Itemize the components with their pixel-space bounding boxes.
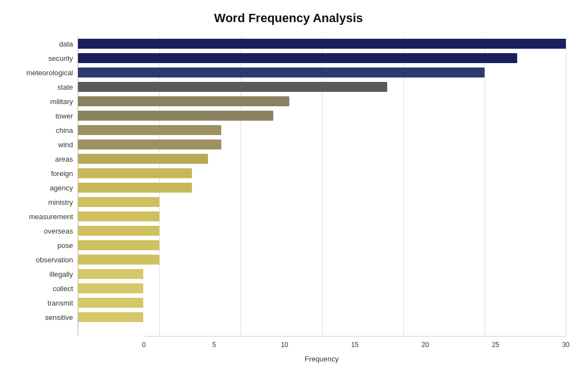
x-axis-label: Frequency <box>77 355 566 363</box>
bar-row <box>78 166 566 180</box>
bar-row <box>78 37 566 51</box>
x-axis-wrapper: 051015202530 Frequency <box>77 336 566 363</box>
y-label: ministry <box>48 195 73 209</box>
bar-row <box>78 267 566 281</box>
bar <box>78 154 208 164</box>
y-label: wind <box>58 137 73 152</box>
x-tick: 25 <box>492 341 499 349</box>
bar <box>78 211 159 221</box>
bar-row <box>78 123 566 137</box>
x-tick: 10 <box>281 341 288 349</box>
bar <box>78 269 143 279</box>
bar <box>78 240 159 250</box>
bar-row <box>78 80 566 94</box>
y-label: pose <box>58 238 73 252</box>
y-label: collect <box>53 281 73 296</box>
x-tick: 20 <box>422 341 429 349</box>
bar <box>78 312 143 322</box>
bar-row <box>78 224 566 238</box>
chart-container: Word Frequency Analysis datasecuritymete… <box>0 0 588 388</box>
bar-row <box>78 296 566 310</box>
y-label: areas <box>55 152 73 166</box>
bar-row <box>78 51 566 65</box>
bar <box>78 39 566 49</box>
y-label: agency <box>50 180 73 195</box>
grid-line <box>566 37 566 336</box>
bar <box>78 226 159 236</box>
y-label: tower <box>55 108 73 123</box>
bar-row <box>78 108 566 123</box>
plot-area <box>77 37 566 336</box>
bar <box>78 283 143 293</box>
bars-container <box>77 37 566 336</box>
bar <box>78 111 273 121</box>
y-label: military <box>50 94 73 108</box>
bar-row <box>78 238 566 252</box>
bar-row <box>78 180 566 195</box>
bar-row <box>78 209 566 224</box>
bar <box>78 298 143 308</box>
bar <box>78 139 221 149</box>
bar-row <box>78 195 566 209</box>
bar-row <box>78 252 566 267</box>
chart-area: datasecuritymeteorologicalstatemilitaryt… <box>11 37 566 336</box>
bar <box>78 197 159 207</box>
x-tick: 5 <box>212 341 216 349</box>
bar-row <box>78 281 566 296</box>
y-label: state <box>58 80 73 94</box>
y-label: foreign <box>51 166 73 180</box>
bar <box>78 255 159 265</box>
x-axis: 051015202530 <box>144 336 566 353</box>
x-tick: 30 <box>562 341 569 349</box>
y-axis: datasecuritymeteorologicalstatemilitaryt… <box>11 37 77 336</box>
bar-row <box>78 65 566 80</box>
y-label: data <box>59 37 73 51</box>
bar <box>78 96 289 106</box>
bar <box>78 125 221 135</box>
y-label: meteorological <box>26 65 73 80</box>
y-label: sensitive <box>45 310 73 324</box>
y-label: illegally <box>49 267 73 281</box>
y-label: observation <box>36 252 73 267</box>
chart-title: Word Frequency Analysis <box>11 11 566 25</box>
bar-row <box>78 310 566 324</box>
bar-row <box>78 137 566 152</box>
y-label: security <box>48 51 73 65</box>
y-label: overseas <box>44 224 73 238</box>
y-label: measurement <box>29 209 73 224</box>
bar-row <box>78 152 566 166</box>
bar <box>78 82 387 92</box>
x-tick: 0 <box>142 341 146 349</box>
bar <box>78 53 517 63</box>
bar <box>78 168 192 178</box>
bar <box>78 68 485 77</box>
bar-row <box>78 94 566 108</box>
y-label: china <box>56 123 73 137</box>
y-label: transmit <box>48 296 73 310</box>
bar <box>78 183 192 193</box>
x-tick: 15 <box>351 341 358 349</box>
